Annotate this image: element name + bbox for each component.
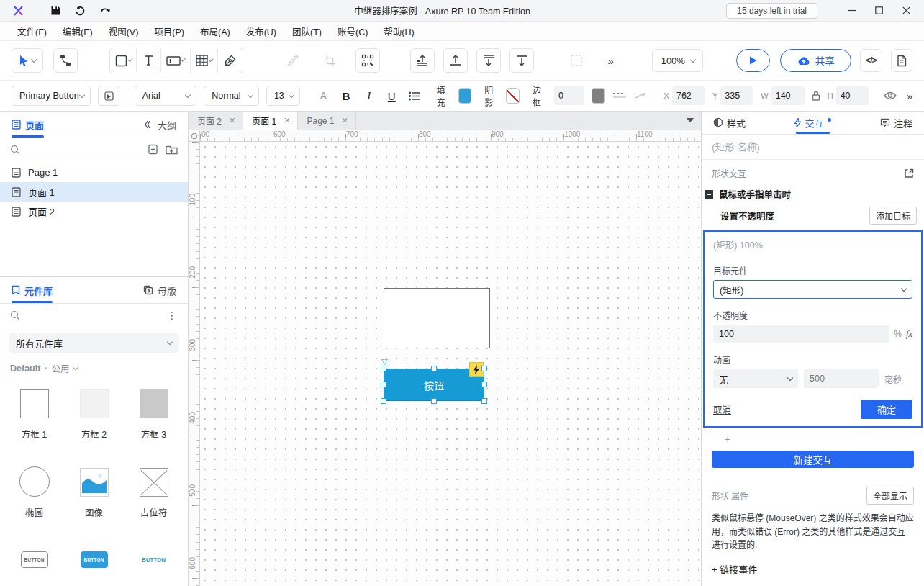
search-icon[interactable] xyxy=(10,310,20,320)
widget-box2[interactable]: 方框 2 xyxy=(64,381,124,441)
fill-color-swatch[interactable] xyxy=(458,88,472,104)
page-row-selected[interactable]: 页面 1 xyxy=(0,182,188,202)
widget-primary-button[interactable]: BUTTON主要按钮 xyxy=(64,538,124,586)
lock-ratio-icon[interactable] xyxy=(812,91,820,101)
tab-interaction[interactable]: 交互 xyxy=(794,112,830,134)
bold-button[interactable]: B xyxy=(338,90,354,102)
selection-handle[interactable] xyxy=(431,398,437,404)
selection-handle[interactable] xyxy=(481,398,487,404)
doc-tab[interactable]: Page 1 ✕ xyxy=(298,112,355,130)
open-in-window-icon[interactable] xyxy=(904,168,914,179)
rectangle-widget[interactable] xyxy=(384,288,490,348)
h-input[interactable] xyxy=(836,86,869,105)
shadow-swatch[interactable] xyxy=(506,88,520,104)
page-row[interactable]: 页面 2 xyxy=(0,202,188,221)
rectangle-tool-button[interactable] xyxy=(110,48,137,73)
library-section-header[interactable]: Default 公用 xyxy=(0,354,188,377)
widget-link-button[interactable]: BUTTON链接按钮 xyxy=(124,538,184,586)
selection-handle[interactable] xyxy=(381,366,386,371)
trial-badge[interactable]: 15 days left in trial xyxy=(726,3,817,19)
menu-team[interactable]: 团队(T) xyxy=(285,22,329,41)
more-options-icon[interactable]: ⋮ xyxy=(167,310,178,321)
fx-button[interactable]: fx xyxy=(906,329,912,340)
font-family-select[interactable]: Arial xyxy=(135,86,197,106)
selection-handle[interactable] xyxy=(431,366,437,371)
maximize-button[interactable] xyxy=(866,2,891,19)
close-tab-icon[interactable]: ✕ xyxy=(229,116,235,125)
send-to-back-button[interactable] xyxy=(476,48,501,73)
menu-publish[interactable]: 发布(U) xyxy=(239,22,284,41)
pen-tool-button[interactable] xyxy=(218,48,243,73)
doc-tab-active[interactable]: 页面 1 ✕ xyxy=(243,112,298,130)
send-backward-button[interactable] xyxy=(509,48,534,73)
bring-to-front-button[interactable] xyxy=(410,48,435,73)
library-select[interactable]: 所有元件库 xyxy=(9,333,179,353)
widget-button[interactable]: BUTTON按钮 xyxy=(4,538,64,586)
visibility-eye-icon[interactable] xyxy=(884,91,897,100)
selection-handle[interactable] xyxy=(381,398,386,404)
ruler-origin-icon[interactable] xyxy=(189,130,200,142)
opacity-input[interactable] xyxy=(713,325,889,343)
connector-tool-button[interactable] xyxy=(53,48,78,73)
search-icon[interactable] xyxy=(10,145,20,155)
preview-button[interactable] xyxy=(736,49,771,72)
close-tab-icon[interactable]: ✕ xyxy=(284,116,290,125)
close-button[interactable] xyxy=(894,2,918,19)
text-tool-button[interactable] xyxy=(137,48,161,73)
share-button[interactable]: 共享 xyxy=(780,49,851,72)
export-doc-button[interactable] xyxy=(891,49,912,72)
underline-button[interactable]: U xyxy=(384,90,399,102)
save-icon[interactable] xyxy=(50,5,61,16)
border-width-input[interactable] xyxy=(554,86,584,105)
close-tab-icon[interactable]: ✕ xyxy=(342,116,348,125)
menu-project[interactable]: 项目(P) xyxy=(147,22,191,41)
italic-button[interactable]: I xyxy=(361,90,377,102)
doc-tab[interactable]: 页面 2 ✕ xyxy=(189,112,243,130)
stylebar-overflow-button[interactable]: » xyxy=(907,90,912,102)
zoom-select[interactable]: 100% xyxy=(652,49,703,72)
menu-help[interactable]: 帮助(H) xyxy=(376,22,421,41)
widget-name-field[interactable] xyxy=(702,135,924,160)
redo-icon[interactable] xyxy=(99,5,112,16)
collapse-minus-icon[interactable] xyxy=(705,190,713,199)
widget-box1[interactable]: 方框 1 xyxy=(4,381,64,441)
target-select[interactable]: (矩形) xyxy=(713,280,912,299)
link-event-button[interactable]: + 链接事件 xyxy=(702,552,924,586)
border-color-swatch[interactable] xyxy=(592,88,605,104)
widget-ellipse[interactable]: 椭圆 xyxy=(4,459,64,519)
menu-file[interactable]: 文件(F) xyxy=(10,22,54,41)
tab-notes[interactable]: 注释 xyxy=(880,112,912,134)
widget-placeholder[interactable]: 占位符 xyxy=(124,459,184,519)
menu-arrange[interactable]: 布局(A) xyxy=(193,22,237,41)
duration-input[interactable] xyxy=(804,369,879,388)
add-target-button[interactable]: 添加目标 xyxy=(869,207,917,225)
page-row[interactable]: Page 1 xyxy=(0,163,188,182)
widget-image[interactable]: 图像 xyxy=(64,459,124,519)
x-input[interactable] xyxy=(672,86,705,105)
inspect-code-button[interactable]: </> xyxy=(860,49,882,72)
widget-name-input[interactable] xyxy=(712,142,914,153)
menu-view[interactable]: 视图(V) xyxy=(101,22,146,41)
undo-icon[interactable] xyxy=(74,5,86,16)
table-tool-button[interactable] xyxy=(191,48,218,73)
add-page-icon[interactable] xyxy=(148,144,158,155)
y-input[interactable] xyxy=(720,86,753,105)
select-tool-button[interactable] xyxy=(12,48,43,73)
ok-button[interactable]: 确定 xyxy=(861,400,912,419)
transform-points-button[interactable] xyxy=(355,48,380,73)
tab-style[interactable]: 样式 xyxy=(713,112,746,134)
input-tool-button[interactable] xyxy=(161,48,190,73)
selection-handle[interactable] xyxy=(481,366,487,371)
add-action-plus[interactable]: + xyxy=(702,428,924,449)
menu-account[interactable]: 账号(C) xyxy=(330,22,375,41)
tab-widget-library[interactable]: 元件库 xyxy=(12,277,53,303)
show-all-button[interactable]: 全部显示 xyxy=(866,487,914,505)
bullet-list-button[interactable] xyxy=(407,91,422,101)
new-interaction-button[interactable]: 新建交互 xyxy=(712,451,914,468)
canvas-content[interactable]: ▽ 按钮 xyxy=(200,142,701,586)
event-row[interactable]: 鼠标或手指单击时 xyxy=(702,182,924,204)
font-weight-select[interactable]: Normal xyxy=(204,86,259,106)
tab-outline[interactable]: 大纲 xyxy=(142,112,176,138)
widget-style-select[interactable]: Primary Button xyxy=(12,86,91,106)
toolbar-overflow-button[interactable]: » xyxy=(599,48,623,73)
